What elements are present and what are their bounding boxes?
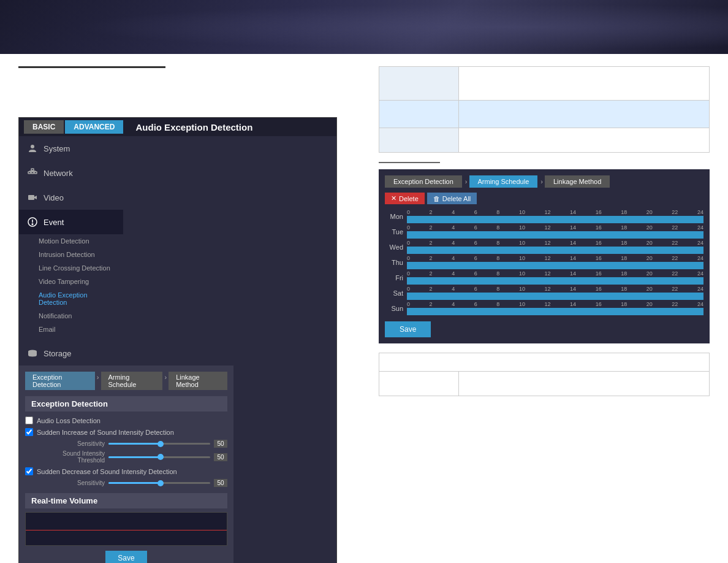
- sidebar-item-network[interactable]: Network: [19, 161, 123, 185]
- schedule-tab-arming[interactable]: Arming Schedule: [469, 175, 538, 188]
- time-bar-mon[interactable]: [407, 216, 703, 223]
- schedule-row-mon: Mon 024681012141618202224: [385, 209, 703, 223]
- person-icon: [26, 142, 39, 155]
- time-bar-fri[interactable]: [407, 277, 703, 285]
- schedule-tab-exception[interactable]: Exception Detection: [385, 175, 462, 188]
- sudden-increase-label: Sudden Increase of Sound Intensity Detec…: [37, 429, 174, 436]
- sidebar-email[interactable]: Email: [31, 323, 123, 336]
- sudden-increase-checkbox[interactable]: [25, 428, 33, 436]
- section-title-bar: [18, 66, 165, 68]
- storage-icon: [26, 347, 39, 359]
- section-divider: [379, 162, 440, 163]
- svg-rect-1: [28, 172, 31, 174]
- sidebar-line-crossing[interactable]: Line Crossing Detection: [31, 261, 123, 275]
- svg-rect-3: [34, 172, 37, 174]
- camera-icon: [26, 191, 39, 204]
- sidebar-notification[interactable]: Notification: [31, 309, 123, 323]
- sensitivity2-label: Sensitivity: [37, 480, 105, 486]
- schedule-tab-linkage[interactable]: Linkage Method: [545, 175, 610, 188]
- sensitivity-value: 50: [214, 440, 227, 448]
- sidebar-video-label: Video: [44, 193, 64, 202]
- time-numbers-sun: 024681012141618202224: [407, 301, 703, 307]
- sidebar-item-event[interactable]: Event: [19, 210, 123, 234]
- schedule-save-button[interactable]: Save: [385, 321, 431, 337]
- sidebar-item-system[interactable]: System: [19, 136, 123, 161]
- save-button[interactable]: Save: [105, 551, 146, 563]
- time-row-wed: 024681012141618202224: [407, 240, 703, 254]
- sensitivity-slider[interactable]: [108, 443, 210, 445]
- time-numbers-thu: 024681012141618202224: [407, 255, 703, 261]
- delete-all-button[interactable]: 🗑 Delete All: [427, 193, 477, 204]
- time-row-sat: 024681012141618202224: [407, 286, 703, 300]
- time-bar-thu[interactable]: [407, 262, 703, 269]
- sudden-decrease-checkbox[interactable]: [25, 467, 33, 475]
- breadcrumb-arming-schedule[interactable]: Arming Schedule: [101, 372, 163, 390]
- day-label-wed: Wed: [385, 243, 403, 251]
- sidebar-video-tampering[interactable]: Video Tampering: [31, 275, 123, 288]
- sidebar-motion-detection[interactable]: Motion Detection: [31, 234, 123, 248]
- time-numbers-mon: 024681012141618202224: [407, 209, 703, 215]
- time-bar-sun[interactable]: [407, 308, 703, 315]
- sidebar-intrusion-detection[interactable]: Intrusion Detection: [31, 248, 123, 261]
- day-label-mon: Mon: [385, 213, 403, 220]
- time-row-fri: 024681012141618202224: [407, 270, 703, 285]
- schedule-grid: Mon 024681012141618202224 Tue: [385, 209, 703, 315]
- time-row-tue: 024681012141618202224: [407, 224, 703, 239]
- sidebar-audio-exception[interactable]: Audio Exception Detection: [31, 288, 123, 309]
- sensitivity2-value: 50: [214, 479, 227, 487]
- camera-ui-title: Audio Exception Detection: [135, 122, 252, 132]
- right-bottom-cell-2-1: [379, 372, 459, 396]
- time-bar-tue[interactable]: [407, 231, 703, 239]
- day-label-sun: Sun: [385, 305, 403, 312]
- delete-button[interactable]: ✕ Delete: [385, 193, 425, 204]
- schedule-header: Exception Detection › Arming Schedule › …: [385, 175, 703, 188]
- breadcrumb-arrow-2: ›: [162, 372, 169, 390]
- sidebar-network-label: Network: [44, 169, 73, 178]
- sound-threshold-value: 50: [214, 453, 227, 461]
- sudden-decrease-row: Sudden Decrease of Sound Intensity Detec…: [25, 467, 227, 475]
- right-top-row-1: [379, 67, 710, 101]
- audio-loss-row: Audio Loss Detection: [25, 416, 227, 424]
- network-icon: [26, 167, 39, 179]
- sound-threshold-slider[interactable]: [108, 456, 210, 458]
- audio-loss-label: Audio Loss Detection: [37, 417, 100, 424]
- right-top-cell-1-2: [459, 67, 710, 101]
- breadcrumb-linkage-method[interactable]: Linkage Method: [169, 372, 227, 390]
- time-bar-sat[interactable]: [407, 293, 703, 300]
- sound-threshold-row: Sound Intensity Threshold 50: [37, 450, 227, 464]
- main-content: BASIC ADVANCED Audio Exception Detection: [0, 54, 728, 563]
- right-top-cell-3-1: [379, 128, 459, 153]
- schedule-row-sun: Sun 024681012141618202224: [385, 301, 703, 315]
- right-bottom-row-2: [379, 372, 710, 396]
- svg-rect-9: [28, 195, 34, 200]
- tab-basic-button[interactable]: BASIC: [24, 120, 64, 134]
- svg-point-0: [31, 145, 34, 148]
- right-top-cell-3-2: [459, 128, 710, 153]
- sidebar-item-storage[interactable]: Storage: [19, 341, 123, 366]
- delete-x-icon: ✕: [391, 194, 396, 202]
- right-top-row-2: [379, 101, 710, 128]
- right-top-cell-2-2: [459, 101, 710, 128]
- audio-loss-checkbox[interactable]: [25, 416, 33, 424]
- svg-point-13: [32, 224, 33, 225]
- time-row-thu: 024681012141618202224: [407, 255, 703, 269]
- right-top-cell-2-1: [379, 101, 459, 128]
- schedule-row-fri: Fri 024681012141618202224: [385, 270, 703, 285]
- time-numbers-tue: 024681012141618202224: [407, 224, 703, 231]
- left-panel: BASIC ADVANCED Audio Exception Detection: [18, 66, 349, 563]
- schedule-arrow-1: ›: [463, 175, 469, 188]
- realtime-volume-title: Real-time Volume: [25, 493, 227, 508]
- sensitivity2-row: Sensitivity 50: [37, 479, 227, 487]
- tab-advanced-button[interactable]: ADVANCED: [65, 120, 123, 134]
- sidebar-item-video[interactable]: Video: [19, 185, 123, 210]
- schedule-row-tue: Tue 024681012141618202224: [385, 224, 703, 239]
- time-row-mon: 024681012141618202224: [407, 209, 703, 223]
- right-bottom-row-1: [379, 353, 710, 372]
- time-bar-wed[interactable]: [407, 247, 703, 254]
- sensitivity2-slider[interactable]: [108, 482, 210, 484]
- schedule-row-sat: Sat 024681012141618202224: [385, 286, 703, 300]
- time-numbers-wed: 024681012141618202224: [407, 240, 703, 246]
- day-label-sat: Sat: [385, 289, 403, 297]
- breadcrumb-exception-detection[interactable]: Exception Detection: [25, 372, 95, 390]
- right-bottom-cell-2-2: [459, 372, 710, 396]
